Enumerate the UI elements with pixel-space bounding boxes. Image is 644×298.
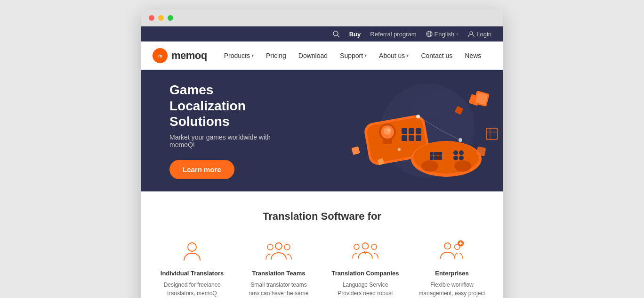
- hero-content: Games Localization Solutions Market your…: [141, 70, 320, 191]
- svg-point-56: [362, 243, 368, 249]
- nav-item-about[interactable]: About us ▾: [373, 48, 414, 63]
- section-title: Translation Software for: [153, 210, 491, 223]
- svg-point-33: [453, 156, 458, 160]
- svg-point-15: [387, 129, 390, 132]
- logo-text: memoq: [171, 50, 207, 62]
- card-translation-teams: Translation Teams Small translator teams…: [241, 238, 316, 298]
- svg-rect-22: [416, 135, 421, 141]
- hero-title: Games Localization Solutions: [169, 82, 292, 130]
- nav-item-pricing[interactable]: Pricing: [260, 48, 292, 63]
- svg-rect-29: [434, 156, 438, 160]
- svg-text:m: m: [158, 53, 162, 58]
- search-icon: [332, 30, 340, 38]
- game-illustration-svg: [310, 72, 498, 190]
- search-button[interactable]: [332, 30, 340, 38]
- user-icon: [468, 31, 475, 37]
- svg-line-1: [338, 35, 339, 37]
- buy-link[interactable]: Buy: [349, 31, 361, 38]
- hero-section: Games Localization Solutions Market your…: [141, 70, 503, 191]
- browser-chrome: [141, 9, 503, 26]
- nav-item-support[interactable]: Support ▾: [334, 48, 372, 63]
- card-desc-enterprises: Flexible workflow management, easy proje…: [418, 281, 486, 298]
- enterprises-icon: [439, 238, 465, 264]
- svg-rect-27: [438, 152, 442, 156]
- cards-row: Individual Translators Designed for free…: [153, 238, 491, 298]
- svg-point-36: [454, 160, 471, 172]
- svg-point-55: [284, 244, 290, 250]
- card-desc-companies: Language Service Providers need robust t…: [331, 281, 399, 298]
- svg-point-34: [459, 156, 464, 160]
- logo[interactable]: m memoq: [153, 48, 207, 63]
- svg-point-14: [384, 127, 391, 135]
- about-chevron: ▾: [406, 53, 409, 58]
- svg-rect-16: [383, 139, 392, 144]
- svg-point-52: [188, 243, 196, 251]
- card-title-enterprises: Enterprises: [418, 270, 486, 277]
- svg-rect-26: [434, 152, 438, 156]
- logo-svg: m: [156, 51, 164, 60]
- card-desc-teams: Small translator teams now can have the …: [245, 281, 313, 298]
- content-section: Translation Software for Individual Tran…: [141, 191, 503, 298]
- svg-point-57: [354, 244, 359, 249]
- main-nav: m memoq Products ▾ Pricing Download Supp…: [141, 41, 503, 70]
- browser-window: Buy Referral program English ▾ Login: [141, 9, 503, 298]
- svg-point-35: [421, 160, 438, 172]
- traffic-light-yellow[interactable]: [158, 15, 164, 21]
- card-title-teams: Translation Teams: [245, 270, 313, 277]
- translation-companies-icon: [352, 238, 378, 264]
- card-title-companies: Translation Companies: [331, 270, 399, 277]
- svg-point-59: [444, 243, 451, 249]
- nav-item-download[interactable]: Download: [293, 48, 333, 63]
- nav-items: Products ▾ Pricing Download Support ▾ Ab…: [218, 48, 491, 63]
- svg-point-5: [470, 32, 473, 34]
- svg-rect-43: [486, 128, 498, 140]
- nav-item-contact[interactable]: Contact us: [415, 48, 458, 63]
- svg-point-53: [275, 243, 282, 249]
- svg-rect-30: [438, 156, 442, 160]
- nav-item-products[interactable]: Products ▾: [218, 48, 259, 63]
- svg-rect-38: [351, 146, 360, 155]
- svg-rect-39: [476, 147, 486, 157]
- svg-point-49: [398, 148, 401, 151]
- translation-teams-icon: [266, 238, 292, 264]
- nav-item-news[interactable]: News: [459, 48, 487, 63]
- card-translation-companies: Translation Companies Language Service P…: [328, 238, 403, 298]
- svg-rect-18: [409, 128, 414, 134]
- svg-point-32: [459, 150, 464, 155]
- hero-illustration: [305, 70, 503, 191]
- learn-more-button[interactable]: Learn more: [169, 160, 234, 179]
- globe-icon: [426, 31, 433, 37]
- card-enterprises: Enterprises Flexible workflow management…: [414, 238, 490, 298]
- products-chevron: ▾: [251, 53, 254, 58]
- svg-rect-20: [402, 135, 407, 141]
- logo-icon: m: [153, 48, 168, 63]
- traffic-light-red[interactable]: [149, 15, 154, 21]
- language-selector[interactable]: English ▾: [426, 31, 459, 38]
- svg-rect-28: [430, 156, 434, 160]
- svg-point-54: [267, 244, 273, 250]
- traffic-light-green[interactable]: [168, 15, 173, 21]
- svg-rect-21: [409, 135, 414, 141]
- card-individual-translators: Individual Translators Designed for free…: [154, 238, 230, 298]
- card-title-individual: Individual Translators: [158, 270, 226, 277]
- svg-point-31: [453, 150, 458, 155]
- svg-rect-25: [430, 152, 434, 156]
- utility-bar: Buy Referral program English ▾ Login: [141, 26, 503, 41]
- svg-point-58: [371, 244, 377, 249]
- svg-rect-19: [416, 128, 421, 134]
- hero-subtitle: Market your games worldwide with memoQ!: [169, 133, 292, 149]
- individual-translator-icon: [179, 238, 205, 264]
- referral-link[interactable]: Referral program: [370, 31, 416, 38]
- login-button[interactable]: Login: [468, 31, 491, 38]
- svg-rect-17: [402, 128, 407, 134]
- svg-point-0: [333, 31, 338, 36]
- support-chevron: ▾: [364, 53, 367, 58]
- language-chevron: ▾: [456, 32, 459, 37]
- card-desc-individual: Designed for freelance translators, memo…: [158, 281, 226, 298]
